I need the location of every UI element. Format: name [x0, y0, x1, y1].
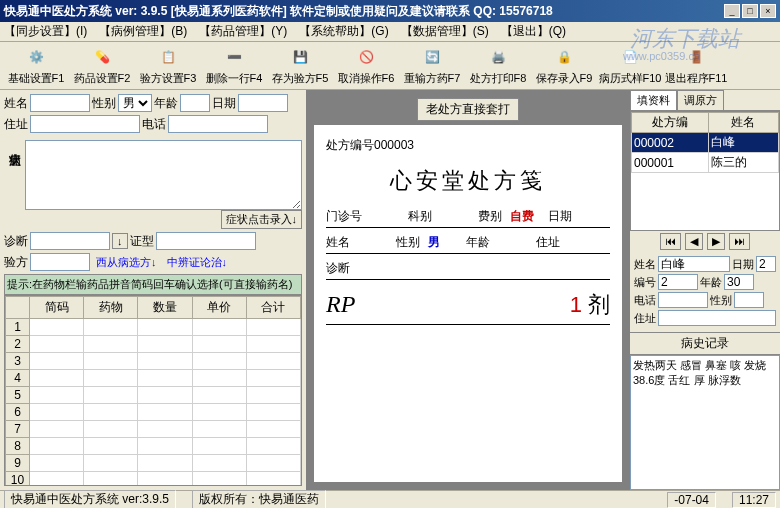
diag-label: 诊断: [4, 233, 28, 250]
table-row[interactable]: 10: [6, 472, 301, 487]
save-icon: 💾: [288, 45, 312, 69]
p-phone-input[interactable]: [658, 292, 708, 308]
menu-exit[interactable]: 【退出】(Q): [501, 23, 566, 40]
sex-label: 性别: [92, 95, 116, 112]
dose-unit: 剂: [588, 290, 610, 320]
dose-number: 1: [570, 292, 582, 318]
nav-first-icon[interactable]: ⏮: [660, 233, 681, 250]
p-name-input[interactable]: [658, 256, 730, 272]
menu-case[interactable]: 【病例管理】(B): [99, 23, 187, 40]
toolbar-cancel-button[interactable]: 🚫取消操作F6: [334, 43, 398, 88]
tcm-select-button[interactable]: 中辨证论治↓: [167, 255, 228, 270]
name-label: 姓名: [4, 95, 28, 112]
pname-label: 姓名: [326, 234, 350, 251]
toolbar-exit-button[interactable]: 🚪退出程序F11: [664, 43, 728, 88]
pattern-label: 证型: [130, 233, 154, 250]
addr-label: 住址: [4, 116, 28, 133]
diag-drop[interactable]: ↓: [112, 233, 128, 249]
window-title: 快易通中医处方系统 ver: 3.9.5 [快易通系列医药软件] 软件定制或使用…: [4, 3, 724, 20]
rx-paper: 处方编号000003 心安堂处方笺 门诊号 科别 费别 自费 日期 姓名 性别 …: [314, 125, 622, 482]
menubar: 【同步设置】(I) 【病例管理】(B) 【药品管理】(Y) 【系统帮助】(G) …: [0, 22, 780, 42]
left-panel: 姓名 性别 男 年龄 日期 住址 电话 病史症状 症状点击录入↓ 诊断 ↓ 证型: [0, 90, 306, 490]
rx-list[interactable]: 处方编姓名000002白峰000001陈三的: [630, 111, 780, 231]
rx-label: 验方: [4, 254, 28, 271]
pill-icon: 💊: [90, 45, 114, 69]
p-age-input[interactable]: [724, 274, 754, 290]
p-addr-input[interactable]: [658, 310, 776, 326]
drug-grid[interactable]: 简码药物数量单价合计1234567891011: [4, 295, 302, 486]
age-input[interactable]: [180, 94, 210, 112]
status-date: -07-04: [667, 492, 716, 508]
table-row[interactable]: 1: [6, 319, 301, 336]
toolbar-save-button[interactable]: 💾存为验方F5: [268, 43, 332, 88]
tab-fill[interactable]: 填资料: [630, 90, 677, 110]
history-textarea[interactable]: [25, 140, 302, 210]
toolbar-list-button[interactable]: 📋验方设置F3: [136, 43, 200, 88]
patient-form: 姓名日期 编号年龄 电话性别 住址: [630, 252, 780, 332]
gear-icon: ⚙️: [24, 45, 48, 69]
table-row[interactable]: 5: [6, 387, 301, 404]
table-row[interactable]: 9: [6, 455, 301, 472]
table-row[interactable]: 2: [6, 336, 301, 353]
center-panel: 老处方直接套打 处方编号000003 心安堂处方笺 门诊号 科别 费别 自费 日…: [306, 90, 630, 490]
nav-next-icon[interactable]: ▶: [707, 233, 725, 250]
phone-input[interactable]: [168, 115, 268, 133]
close-button[interactable]: ×: [760, 4, 776, 18]
toolbar-delete-button[interactable]: ➖删除一行F4: [202, 43, 266, 88]
toolbar-pill-button[interactable]: 💊药品设置F2: [70, 43, 134, 88]
list-item[interactable]: 000001陈三的: [632, 153, 779, 173]
list-icon: 📋: [156, 45, 180, 69]
toolbar-print-button[interactable]: 🖨️处方打印F8: [466, 43, 530, 88]
grid-header: 数量: [138, 297, 192, 319]
p-sex-input[interactable]: [734, 292, 764, 308]
maximize-button[interactable]: □: [742, 4, 758, 18]
date-label: 日期: [212, 95, 236, 112]
addr-input[interactable]: [30, 115, 140, 133]
lock-icon: 🔒: [552, 45, 576, 69]
p-id-input[interactable]: [658, 274, 698, 290]
name-input[interactable]: [30, 94, 90, 112]
symptom-entry-button[interactable]: 症状点击录入↓: [221, 210, 303, 229]
tab-recall[interactable]: 调原方: [677, 90, 724, 110]
list-item[interactable]: 000002白峰: [632, 133, 779, 153]
age-label: 年龄: [154, 95, 178, 112]
nav-last-icon[interactable]: ⏭: [729, 233, 750, 250]
hint-bar: 提示:在药物栏输药品拼音简码回车确认选择(可直接输药名): [4, 274, 302, 295]
exit-icon: 🚪: [684, 45, 708, 69]
diag-input[interactable]: [30, 232, 110, 250]
nav-prev-icon[interactable]: ◀: [685, 233, 703, 250]
print-icon: 🖨️: [486, 45, 510, 69]
menu-drug[interactable]: 【药品管理】(Y): [199, 23, 287, 40]
minimize-button[interactable]: _: [724, 4, 740, 18]
statusbar: 快易通中医处方系统 ver:3.9.5 版权所有：快易通医药 -07-04 11…: [0, 490, 780, 508]
fee-value: 自费: [510, 208, 540, 225]
pattern-input[interactable]: [156, 232, 256, 250]
table-row[interactable]: 8: [6, 438, 301, 455]
psex-label: 性别: [396, 234, 420, 251]
reuse-rx-button[interactable]: 老处方直接套打: [417, 98, 519, 121]
right-panel: 填资料 调原方 处方编姓名000002白峰000001陈三的 ⏮ ◀ ▶ ⏭ 姓…: [630, 90, 780, 490]
toolbar-doc-button[interactable]: 📄病历式样F10: [598, 43, 662, 88]
table-row[interactable]: 7: [6, 421, 301, 438]
toolbar-gear-button[interactable]: ⚙️基础设置F1: [4, 43, 68, 88]
table-row[interactable]: 6: [6, 404, 301, 421]
date-input[interactable]: [238, 94, 288, 112]
psex-value: 男: [428, 234, 458, 251]
west-select-button[interactable]: 西从病选方↓: [96, 255, 157, 270]
menu-help[interactable]: 【系统帮助】(G): [299, 23, 388, 40]
grid-header: 药物: [84, 297, 138, 319]
table-row[interactable]: 3: [6, 353, 301, 370]
sex-select[interactable]: 男: [118, 94, 152, 112]
toolbar-lock-button[interactable]: 🔒保存录入F9: [532, 43, 596, 88]
rx-input[interactable]: [30, 253, 90, 271]
history-record[interactable]: 发热两天 感冒 鼻塞 咳 发烧 38.6度 舌红 厚 脉浮数: [630, 355, 780, 490]
menu-data[interactable]: 【数据管理】(S): [401, 23, 489, 40]
doc-icon: 📄: [618, 45, 642, 69]
titlebar: 快易通中医处方系统 ver: 3.9.5 [快易通系列医药软件] 软件定制或使用…: [0, 0, 780, 22]
cancel-icon: 🚫: [354, 45, 378, 69]
p-date-input[interactable]: [756, 256, 776, 272]
toolbar-refresh-button[interactable]: 🔄重输方药F7: [400, 43, 464, 88]
menu-sync[interactable]: 【同步设置】(I): [4, 23, 87, 40]
table-row[interactable]: 4: [6, 370, 301, 387]
grid-header: 合计: [246, 297, 300, 319]
